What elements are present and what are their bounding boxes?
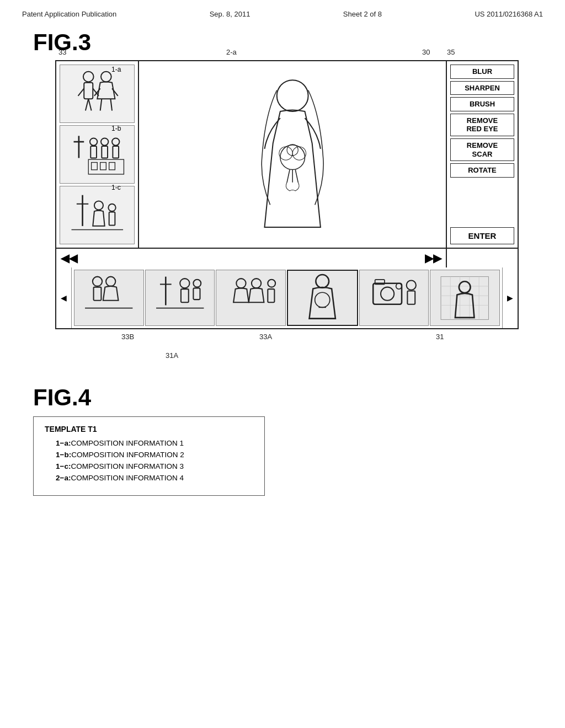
fig4-key-3: 1−c: bbox=[56, 462, 71, 470]
svg-point-48 bbox=[237, 279, 246, 288]
thumb-panel: 1-a bbox=[56, 61, 139, 248]
svg-point-26 bbox=[108, 204, 115, 211]
header-center: Sep. 8, 2011 bbox=[210, 10, 250, 18]
svg-line-3 bbox=[88, 99, 91, 110]
fig3-diagram-wrapper: 33 2-a 30 35 1-a bbox=[55, 60, 552, 368]
svg-point-69 bbox=[459, 281, 471, 293]
filmstrip-row: ◀ bbox=[56, 267, 518, 328]
nav-left-arrow[interactable]: ◀◀ bbox=[61, 251, 77, 265]
main-view[interactable] bbox=[139, 61, 446, 248]
svg-line-36 bbox=[295, 169, 298, 182]
anno-1a: 1-a bbox=[111, 66, 121, 73]
svg-rect-44 bbox=[181, 289, 189, 302]
svg-rect-16 bbox=[102, 146, 108, 158]
fig4-section: FIG.4 TEMPLATE T1 1−a:COMPOSITION INFORM… bbox=[0, 368, 565, 496]
svg-point-45 bbox=[193, 279, 201, 287]
svg-point-39 bbox=[106, 276, 115, 286]
fig4-item-2: 1−b:COMPOSITION INFORMATION 2 bbox=[56, 451, 253, 459]
thumb-1a[interactable] bbox=[60, 65, 135, 123]
svg-point-25 bbox=[94, 201, 103, 210]
screen-outer: 1-a bbox=[55, 60, 519, 329]
svg-rect-22 bbox=[109, 163, 115, 170]
svg-line-2 bbox=[86, 99, 88, 110]
anno-1c: 1-c bbox=[111, 184, 121, 191]
fig4-val-1: COMPOSITION INFORMATION 1 bbox=[71, 439, 184, 447]
svg-point-17 bbox=[112, 138, 119, 146]
svg-rect-14 bbox=[90, 146, 97, 158]
svg-point-30 bbox=[280, 145, 305, 170]
fig4-val-4: COMPOSITION INFORMATION 4 bbox=[71, 474, 184, 482]
tools-panel: BLUR SHARPEN BRUSH REMOVERED EYE REMOVES… bbox=[446, 61, 518, 248]
nav-tools-spacer bbox=[446, 249, 518, 267]
sharpen-button[interactable]: SHARPEN bbox=[450, 81, 514, 95]
svg-point-15 bbox=[101, 138, 108, 146]
nav-main: ◀◀ ▶▶ bbox=[56, 249, 446, 267]
svg-point-50 bbox=[268, 279, 276, 287]
svg-point-53 bbox=[315, 293, 330, 308]
filmstrip-left-button[interactable]: ◀ bbox=[56, 267, 72, 328]
svg-point-0 bbox=[83, 72, 94, 82]
fig4-val-2: COMPOSITION INFORMATION 2 bbox=[71, 451, 184, 459]
fig4-box: TEMPLATE T1 1−a:COMPOSITION INFORMATION … bbox=[33, 416, 265, 496]
anno-30: 30 bbox=[422, 48, 430, 56]
anno-31: 31 bbox=[436, 333, 444, 341]
svg-line-34 bbox=[287, 169, 290, 182]
anno-33B: 33B bbox=[121, 333, 134, 341]
svg-line-10 bbox=[110, 99, 112, 110]
anno-33A: 33A bbox=[259, 333, 272, 341]
remove-red-eye-button[interactable]: REMOVERED EYE bbox=[450, 114, 514, 136]
fig4-key-2: 1−b: bbox=[56, 451, 71, 459]
svg-rect-60 bbox=[407, 291, 415, 304]
film-thumb-3[interactable] bbox=[216, 270, 286, 326]
svg-point-49 bbox=[252, 279, 261, 288]
patent-header: Patent Application Publication Sep. 8, 2… bbox=[0, 0, 565, 24]
svg-rect-21 bbox=[100, 163, 106, 170]
film-thumb-1[interactable] bbox=[74, 270, 144, 326]
anno-2a: 2-a bbox=[226, 48, 237, 56]
film-thumb-2[interactable] bbox=[145, 270, 215, 326]
svg-point-37 bbox=[93, 276, 102, 286]
thumb-1c[interactable] bbox=[60, 186, 135, 244]
svg-rect-1 bbox=[84, 83, 93, 99]
fig4-title: TEMPLATE T1 bbox=[45, 425, 253, 433]
thumb-1b[interactable] bbox=[60, 125, 135, 184]
fig4-key-4: 2−a: bbox=[56, 474, 71, 482]
fig3-section: FIG.3 33 2-a 30 35 1-a bbox=[0, 24, 565, 368]
remove-scar-button[interactable]: REMOVESCAR bbox=[450, 138, 514, 161]
svg-point-43 bbox=[180, 279, 189, 288]
nav-area: ◀◀ ▶▶ bbox=[56, 249, 518, 267]
svg-line-8 bbox=[112, 89, 118, 96]
anno-35: 35 bbox=[447, 48, 455, 56]
film-thumb-5[interactable] bbox=[359, 270, 429, 326]
svg-point-52 bbox=[316, 275, 329, 288]
screen-top: 1-a bbox=[56, 61, 518, 249]
below-annotations: 33B 33A 31 bbox=[55, 329, 519, 351]
filmstrip-right-button[interactable]: ▶ bbox=[502, 267, 518, 328]
film-thumb-6[interactable] bbox=[430, 270, 500, 326]
svg-rect-20 bbox=[91, 163, 97, 170]
header-sheet: Sheet 2 of 8 bbox=[343, 10, 382, 18]
fig4-label: FIG.4 bbox=[33, 384, 532, 411]
brush-button[interactable]: BRUSH bbox=[450, 97, 514, 111]
svg-point-6 bbox=[101, 72, 111, 82]
fig3-label: FIG.3 bbox=[33, 29, 532, 56]
svg-rect-61 bbox=[441, 276, 489, 319]
rotate-button[interactable]: ROTATE bbox=[450, 163, 514, 178]
anno-33: 33 bbox=[58, 48, 66, 56]
svg-point-58 bbox=[396, 283, 401, 288]
blur-button[interactable]: BLUR bbox=[450, 65, 514, 79]
filmstrip-annotations: 31A bbox=[55, 351, 519, 368]
enter-button[interactable]: ENTER bbox=[450, 227, 514, 244]
film-thumb-4[interactable] bbox=[287, 270, 358, 326]
svg-rect-46 bbox=[193, 288, 200, 299]
svg-rect-55 bbox=[373, 283, 402, 304]
fig4-key-1: 1−a: bbox=[56, 439, 71, 447]
svg-rect-18 bbox=[113, 146, 119, 158]
svg-rect-27 bbox=[109, 212, 115, 226]
header-right: US 2011/0216368 A1 bbox=[475, 10, 543, 18]
nav-right-arrow[interactable]: ▶▶ bbox=[425, 251, 441, 265]
header-left: Patent Application Publication bbox=[22, 10, 116, 18]
fig4-item-3: 1−c:COMPOSITION INFORMATION 3 bbox=[56, 462, 253, 470]
svg-point-13 bbox=[90, 138, 97, 146]
fig4-item-1: 1−a:COMPOSITION INFORMATION 1 bbox=[56, 439, 253, 447]
